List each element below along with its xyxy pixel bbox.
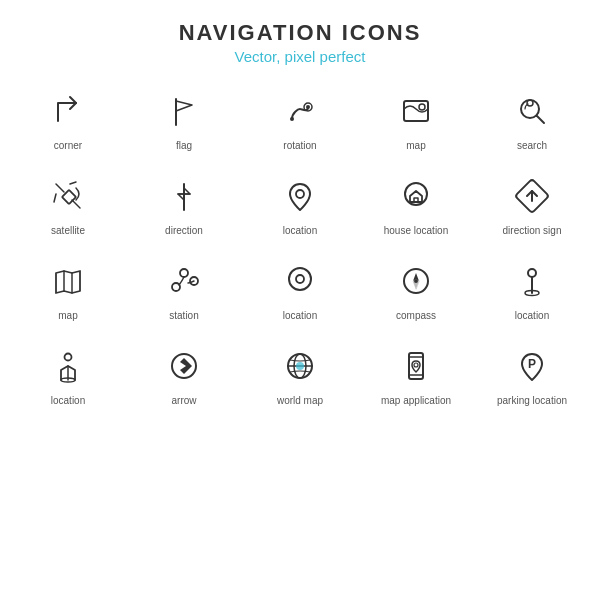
svg-point-33 xyxy=(528,269,536,277)
arrow-circle-icon xyxy=(162,344,206,388)
direction-label: direction xyxy=(165,224,203,237)
svg-point-2 xyxy=(306,105,310,109)
icon-cell-rotation: rotation xyxy=(242,83,358,158)
svg-line-7 xyxy=(537,116,545,124)
parking-location-icon: P xyxy=(510,344,554,388)
map-application-icon xyxy=(394,344,438,388)
rotation-icon xyxy=(278,89,322,133)
direction-sign-icon xyxy=(510,174,554,218)
map-folded-icon xyxy=(46,259,90,303)
direction-sign-label: direction sign xyxy=(503,224,562,237)
map-application-label: map application xyxy=(381,394,451,407)
icon-cell-house-location: house location xyxy=(358,168,474,243)
icon-cell-location-person: location xyxy=(10,338,126,413)
svg-point-44 xyxy=(296,362,304,370)
rotation-label: rotation xyxy=(283,139,316,152)
svg-point-16 xyxy=(296,190,304,198)
page-title: NAVIGATION ICONS xyxy=(179,20,422,46)
location-person-label: location xyxy=(51,394,85,407)
world-map-label: world map xyxy=(277,394,323,407)
icon-cell-search: search xyxy=(474,83,590,158)
svg-line-11 xyxy=(72,200,80,208)
svg-point-27 xyxy=(289,268,311,290)
svg-point-48 xyxy=(414,363,418,367)
location-circle-icon xyxy=(278,259,322,303)
flag-label: flag xyxy=(176,139,192,152)
icon-cell-arrow-circle: arrow xyxy=(126,338,242,413)
svg-point-1 xyxy=(290,117,294,121)
icon-cell-compass: compass xyxy=(358,253,474,328)
icon-cell-direction-sign: direction sign xyxy=(474,168,590,243)
flag-icon xyxy=(162,89,206,133)
icon-cell-parking-location: P parking location xyxy=(474,338,590,413)
corner-label: corner xyxy=(54,139,82,152)
compass-icon xyxy=(394,259,438,303)
icon-cell-satellite: satellite xyxy=(10,168,126,243)
compass-label: compass xyxy=(396,309,436,322)
map-folded-label: map xyxy=(58,309,77,322)
svg-point-36 xyxy=(65,354,72,361)
house-location-label: house location xyxy=(384,224,449,237)
station-label: station xyxy=(169,309,198,322)
map-icon xyxy=(394,89,438,133)
svg-point-28 xyxy=(296,275,304,283)
icon-cell-world-map: world map xyxy=(242,338,358,413)
corner-icon xyxy=(46,89,90,133)
svg-line-13 xyxy=(70,182,76,184)
icon-cell-corner: corner xyxy=(10,83,126,158)
icon-cell-map: map xyxy=(358,83,474,158)
svg-point-39 xyxy=(172,354,196,378)
icon-cell-map-application: map application xyxy=(358,338,474,413)
svg-rect-18 xyxy=(414,198,418,202)
search-label: search xyxy=(517,139,547,152)
svg-point-32 xyxy=(414,279,418,283)
parking-location-label: parking location xyxy=(497,394,567,407)
arrow-label: arrow xyxy=(171,394,196,407)
svg-text:P: P xyxy=(528,357,536,371)
map-label: map xyxy=(406,139,425,152)
house-location-icon xyxy=(394,174,438,218)
icon-grid: corner flag rotation map xyxy=(10,83,590,413)
location-circle-label: location xyxy=(283,309,317,322)
icon-cell-map-folded: map xyxy=(10,253,126,328)
satellite-label: satellite xyxy=(51,224,85,237)
location-person-icon xyxy=(46,344,90,388)
icon-cell-location-circle: location xyxy=(242,253,358,328)
svg-line-12 xyxy=(54,194,56,202)
satellite-icon xyxy=(46,174,90,218)
svg-point-5 xyxy=(419,104,425,110)
location-pin-icon xyxy=(278,174,322,218)
search-icon xyxy=(510,89,554,133)
world-map-icon xyxy=(278,344,322,388)
icon-cell-location-pin: location xyxy=(242,168,358,243)
icon-cell-direction: direction xyxy=(126,168,242,243)
icon-cell-flag: flag xyxy=(126,83,242,158)
page-subtitle: Vector, pixel perfect xyxy=(179,48,422,65)
location-pin-label: location xyxy=(283,224,317,237)
station-icon xyxy=(162,259,206,303)
svg-line-10 xyxy=(56,184,64,192)
svg-marker-21 xyxy=(56,271,80,293)
svg-point-26 xyxy=(180,269,188,277)
location-stick-label: location xyxy=(515,309,549,322)
location-stick-icon xyxy=(510,259,554,303)
page-header: NAVIGATION ICONS Vector, pixel perfect xyxy=(179,20,422,65)
svg-marker-40 xyxy=(180,358,192,374)
icon-cell-station: station xyxy=(126,253,242,328)
icon-cell-location-stick: location xyxy=(474,253,590,328)
direction-icon xyxy=(162,174,206,218)
